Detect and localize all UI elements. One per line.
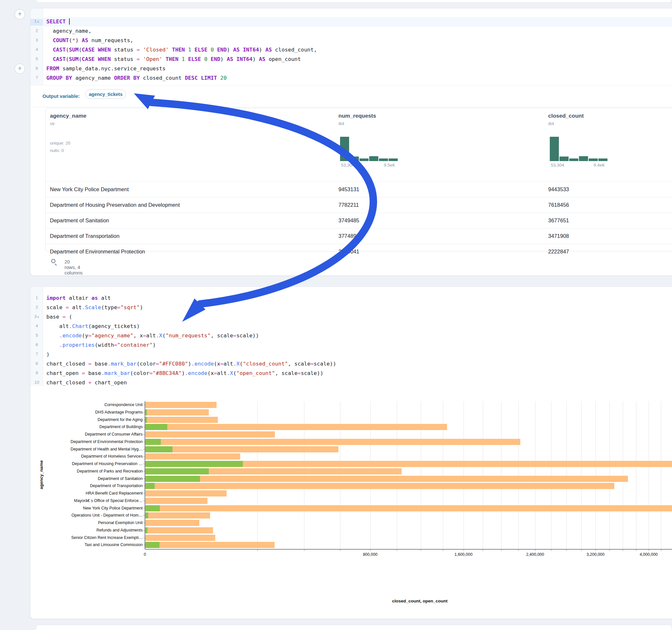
python-cell: 1import altair as alt2scale = alt.Scale(… — [30, 287, 672, 619]
table-cell: Department of Transportation — [50, 233, 120, 239]
table-cell: 3471908 — [548, 233, 569, 239]
table-cell: 9453131 — [338, 186, 359, 193]
line-number: 2 — [30, 305, 43, 311]
output-variable-bar: Output variable: agency_tickets — [30, 85, 672, 107]
table-cell: 9443533 — [548, 186, 569, 193]
line-number: 8 — [30, 361, 43, 368]
column-header-agency_name[interactable]: agency_namestr — [50, 113, 86, 126]
column-stat: unique: 20 — [50, 141, 70, 146]
fold-chevron-icon[interactable]: ∨ — [37, 20, 39, 23]
histogram-bar — [550, 137, 559, 161]
line-number: 1∨ — [30, 19, 43, 26]
line-number: 3 — [30, 38, 43, 44]
column-header-closed_count[interactable]: closed_counti64 — [548, 113, 584, 126]
line-number: 1 — [30, 295, 43, 302]
column-stat: nulls: 0 — [50, 148, 64, 153]
fold-chevron-icon[interactable]: ∨ — [37, 315, 39, 319]
line-number: 5 — [30, 56, 43, 63]
column-histogram — [340, 137, 399, 161]
table-cell: 2240041 — [338, 248, 359, 255]
histogram-max-label: 9.5e6 — [384, 163, 395, 168]
histogram-bar — [360, 159, 368, 161]
histogram-bar — [369, 156, 378, 161]
histogram-min-label: 53,304 — [341, 163, 354, 168]
histogram-bar — [350, 156, 359, 161]
table-cell: 3749485 — [338, 217, 359, 224]
column-name: closed_count — [548, 113, 584, 119]
column-name: agency_name — [50, 113, 86, 119]
histogram-bar — [559, 156, 569, 161]
table-cell: New York City Police Department — [50, 186, 129, 193]
column-type: i64 — [548, 121, 584, 126]
table-row: Department of Environmental Protection22… — [46, 244, 672, 259]
column-type: i64 — [338, 121, 376, 126]
column-header-num_requests[interactable]: num_requestsi64 — [338, 113, 376, 126]
column-type: str — [50, 121, 86, 126]
histogram-bar — [379, 159, 388, 161]
add-cell-button-output[interactable]: + — [15, 64, 25, 74]
table-cell: Department of Environmental Protection — [50, 248, 145, 255]
search-icon[interactable] — [51, 259, 55, 263]
line-number: 10 — [30, 380, 43, 387]
line-number: 4 — [30, 323, 43, 330]
histogram-bar — [589, 159, 598, 161]
histogram-max-label: 9.4e6 — [594, 163, 605, 168]
result-table: agency_namestrunique: 20nulls: 0num_requ… — [45, 108, 672, 251]
line-number: 7 — [30, 75, 43, 82]
row-count-text: 20 rows, 4 columns — [65, 259, 83, 275]
table-row: Department of Sanitation37494853677651 — [46, 213, 672, 228]
histogram-bar — [598, 159, 607, 161]
add-cell-button-top[interactable]: + — [15, 9, 25, 20]
table-cell: 7782211 — [338, 202, 359, 208]
table-row: Department of Transportation377489234719… — [46, 228, 672, 244]
histogram-bar — [340, 137, 349, 161]
histogram-bar — [579, 156, 588, 161]
table-cell: 7618456 — [548, 202, 569, 208]
table-cell: 2222847 — [548, 248, 569, 255]
line-number: 3∨ — [30, 314, 43, 321]
table-cell: 3774892 — [338, 233, 359, 239]
line-number: 7 — [30, 352, 43, 358]
histogram-bar — [569, 159, 578, 161]
table-cell: 3677651 — [548, 217, 569, 224]
line-number: 6 — [30, 66, 43, 73]
line-number: 2 — [30, 28, 43, 35]
sql-cell: 1∨SELECT 2 agency_name,3 COUNT(*) AS num… — [30, 8, 672, 276]
output-variable-pill[interactable]: agency_tickets — [85, 90, 126, 99]
histogram-min-label: 53,304 — [551, 163, 564, 168]
output-variable-value: agency_tickets — [89, 92, 123, 97]
histogram-bar — [389, 159, 398, 161]
line-number: 5 — [30, 333, 43, 340]
previous-cell-edge — [35, 0, 672, 3]
table-row: New York City Police Department945313194… — [46, 181, 672, 197]
column-name: num_requests — [338, 113, 376, 119]
column-histogram — [550, 137, 608, 161]
line-number: 9 — [30, 370, 43, 377]
output-variable-label: Output variable: — [43, 93, 80, 99]
line-number: 4 — [30, 47, 43, 54]
next-cell-edge — [35, 625, 672, 630]
table-cell: Department of Sanitation — [50, 217, 109, 224]
table-row: Department of Housing Preservation and D… — [46, 197, 672, 213]
table-cell: Department of Housing Preservation and D… — [50, 202, 180, 208]
line-number: 6 — [30, 342, 43, 349]
text-cursor — [69, 19, 70, 25]
